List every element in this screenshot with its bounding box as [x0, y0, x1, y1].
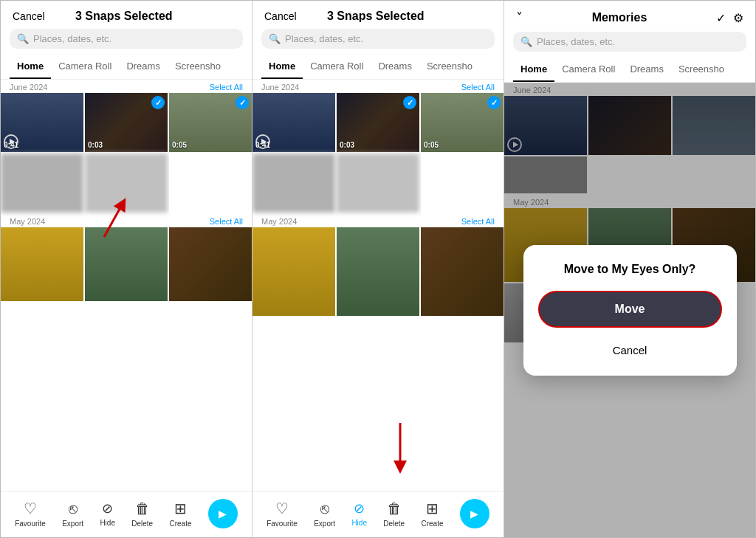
panel1-blurred-row — [1, 154, 252, 213]
modal-overlay: Move to My Eyes Only? Move Cancel — [504, 83, 755, 537]
grid-item[interactable]: 0:41 — [1, 93, 83, 152]
tab-dreams-p2[interactable]: Dreams — [371, 55, 419, 79]
panel2-search-input[interactable]: Places, dates, etc. — [285, 33, 363, 44]
tab-screenshot-p2[interactable]: Screensho — [419, 55, 480, 79]
modal-cancel-button[interactable]: Cancel — [538, 337, 722, 364]
timestamp: 0:41 — [4, 141, 18, 149]
panel-2: Cancel 3 Snaps Selected 🔍 Places, dates,… — [252, 1, 504, 537]
check-selected — [151, 96, 165, 109]
create-button[interactable]: ⊞ Create — [421, 500, 443, 528]
grid-item[interactable]: 0:41 — [252, 93, 335, 152]
timestamp: 0:41 — [255, 141, 270, 149]
export-button[interactable]: ⎋ Export — [62, 500, 83, 528]
export-icon: ⎋ — [320, 500, 329, 517]
favourite-button[interactable]: ♡ Favourite — [15, 500, 46, 528]
panel1-title: 3 Snaps Selected — [75, 10, 173, 23]
panel2-section-may: May 2024 Select All — [252, 214, 504, 227]
check-icon[interactable]: ✓ — [716, 11, 726, 25]
grid-item[interactable] — [252, 227, 335, 316]
panel1-section-may: May 2024 Select All — [1, 214, 252, 227]
delete-button[interactable]: 🗑 Delete — [131, 500, 153, 528]
tab-camera-roll-p3[interactable]: Camera Roll — [554, 58, 622, 82]
panel1-search-bar[interactable]: 🔍 Places, dates, etc. — [10, 29, 243, 49]
tab-camera-roll-p1[interactable]: Camera Roll — [51, 55, 119, 79]
tab-camera-roll-p2[interactable]: Camera Roll — [303, 55, 371, 79]
grid-item[interactable]: 0:03 — [337, 93, 419, 152]
panel2-cancel-button[interactable]: Cancel — [264, 10, 297, 22]
panel3-content: June 2024 May 2024 — [504, 83, 755, 537]
check-selected — [403, 96, 416, 109]
create-button[interactable]: ⊞ Create — [169, 500, 191, 528]
move-to-eyes-only-modal: Move to My Eyes Only? Move Cancel — [523, 245, 737, 376]
check-selected — [487, 96, 501, 109]
tab-dreams-p1[interactable]: Dreams — [119, 55, 168, 79]
create-icon: ⊞ — [174, 500, 187, 517]
panel2-select-all-june[interactable]: Select All — [461, 83, 495, 92]
panel2-may-grid — [252, 227, 504, 316]
grid-item[interactable] — [337, 227, 419, 316]
panel1-select-all-june[interactable]: Select All — [210, 83, 243, 92]
export-icon: ⎋ — [69, 500, 78, 517]
hide-button[interactable]: ⊘ Hide — [100, 500, 115, 527]
hide-icon-active: ⊘ — [354, 500, 365, 517]
modal-title: Move to My Eyes Only? — [538, 263, 722, 276]
tab-home-p1[interactable]: Home — [10, 55, 51, 79]
panel1-select-all-may[interactable]: Select All — [210, 217, 243, 226]
grid-item[interactable] — [85, 154, 168, 213]
export-button[interactable]: ⎋ Export — [314, 500, 335, 528]
timestamp: 0:05 — [424, 141, 439, 149]
panel1-cancel-button[interactable]: Cancel — [13, 10, 45, 22]
grid-item[interactable] — [85, 227, 168, 301]
panel2-title: 3 Snaps Selected — [327, 10, 425, 23]
heart-icon: ♡ — [275, 500, 289, 517]
timestamp: 0:03 — [88, 141, 103, 149]
export-label: Export — [62, 520, 83, 528]
create-icon: ⊞ — [426, 500, 439, 517]
panel1-may-grid — [1, 227, 252, 301]
send-button[interactable] — [460, 499, 489, 528]
hide-label: Hide — [351, 519, 367, 527]
favourite-label: Favourite — [15, 520, 46, 528]
tab-home-p2[interactable]: Home — [261, 55, 303, 79]
panel1-june-grid: 0:41 0:03 0:05 — [1, 93, 252, 152]
panel2-search-bar[interactable]: 🔍 Places, dates, etc. — [261, 29, 495, 49]
tab-dreams-p3[interactable]: Dreams — [622, 58, 671, 82]
grid-item[interactable] — [169, 227, 252, 301]
panel3-search-input[interactable]: Places, dates, etc. — [537, 36, 615, 47]
search-icon: 🔍 — [520, 36, 532, 47]
panel2-blurred-row — [252, 154, 504, 213]
grid-item — [169, 154, 252, 213]
delete-button[interactable]: 🗑 Delete — [383, 500, 405, 528]
send-button[interactable] — [208, 499, 238, 528]
grid-item[interactable]: 0:05 — [169, 93, 252, 152]
tab-screenshot-p3[interactable]: Screensho — [671, 58, 732, 82]
delete-label: Delete — [383, 520, 405, 528]
modal-move-button[interactable]: Move — [538, 291, 722, 328]
gear-icon[interactable]: ⚙ — [733, 11, 743, 25]
favourite-button[interactable]: ♡ Favourite — [267, 500, 298, 528]
panel1-section-june: June 2024 Select All — [1, 80, 252, 93]
panel3-search-bar[interactable]: 🔍 Places, dates, etc. — [513, 32, 746, 52]
grid-item[interactable] — [1, 154, 83, 213]
panel1-tabs: Home Camera Roll Dreams Screensho — [1, 55, 252, 80]
panel1-toolbar: ♡ Favourite ⎋ Export ⊘ Hide 🗑 Delete ⊞ C… — [1, 491, 252, 537]
tab-home-p3[interactable]: Home — [513, 58, 554, 82]
chevron-down-icon[interactable]: ˅ — [516, 10, 523, 26]
grid-item[interactable]: 0:03 — [85, 93, 168, 152]
panel2-toolbar: ♡ Favourite ⎋ Export ⊘ Hide 🗑 Delete ⊞ C… — [252, 491, 504, 537]
panel1-search-input[interactable]: Places, dates, etc. — [33, 33, 111, 44]
check-selected — [236, 96, 249, 109]
create-label: Create — [169, 520, 191, 528]
grid-item — [421, 154, 504, 213]
grid-item[interactable] — [1, 227, 83, 301]
grid-item[interactable] — [252, 154, 335, 213]
tab-screenshot-p1[interactable]: Screensho — [168, 55, 228, 79]
grid-item[interactable] — [421, 227, 504, 316]
hide-button-active[interactable]: ⊘ Hide — [351, 500, 367, 527]
panel3-tabs: Home Camera Roll Dreams Screensho — [504, 58, 755, 83]
grid-item[interactable]: 0:05 — [421, 93, 504, 152]
grid-item[interactable] — [337, 154, 419, 213]
panel2-section-june: June 2024 Select All — [252, 80, 504, 93]
create-label: Create — [421, 520, 443, 528]
panel2-select-all-may[interactable]: Select All — [461, 217, 495, 226]
